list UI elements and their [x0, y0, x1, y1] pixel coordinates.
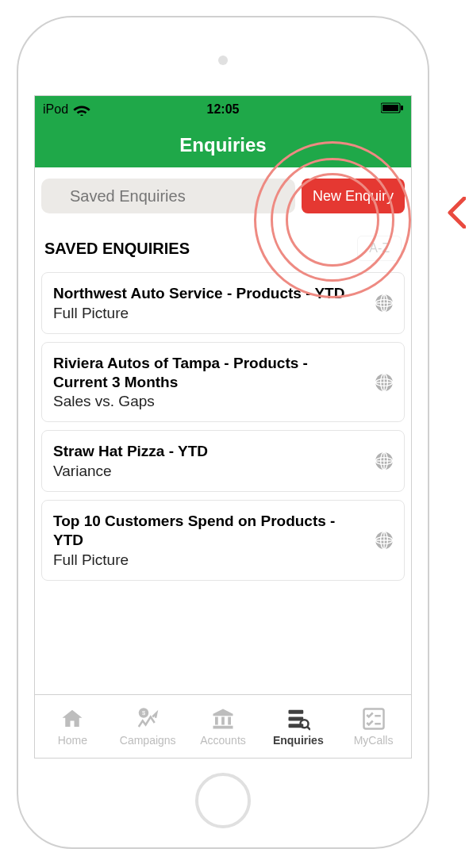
status-right: [381, 102, 403, 117]
campaigns-icon: $: [136, 707, 160, 731]
search-wrap: [41, 179, 295, 213]
tab-bar: Home $ Campaigns Accounts: [35, 694, 411, 758]
list-item-subtitle: Full Picture: [53, 305, 364, 322]
enquiries-icon: [286, 707, 310, 731]
page-title-bar: Enquiries: [35, 123, 411, 167]
tab-label: MyCalls: [354, 734, 394, 747]
tab-campaigns[interactable]: $ Campaigns: [110, 695, 186, 758]
svg-rect-2: [401, 106, 403, 110]
list-item[interactable]: Straw Hat Pizza - YTD Variance: [41, 430, 405, 492]
svg-rect-27: [215, 716, 218, 724]
page-title: Enquiries: [179, 134, 266, 156]
wifi-icon: [73, 103, 90, 116]
search-input[interactable]: [41, 179, 295, 213]
globe-icon: [374, 451, 394, 471]
carrier-label: iPod: [43, 102, 68, 117]
list-item-title: Top 10 Customers Spend on Products - YTD: [53, 512, 364, 550]
svg-line-35: [307, 727, 310, 730]
globe-icon: [374, 293, 394, 313]
clock-label: 12:05: [207, 102, 240, 117]
home-icon: [60, 707, 84, 731]
globe-icon: [374, 372, 394, 393]
svg-rect-30: [213, 725, 233, 728]
section-header: SAVED ENQUIRIES A-Z: [35, 223, 411, 272]
svg-rect-28: [221, 716, 225, 724]
search-row: New Enquiry: [35, 167, 411, 223]
tab-home[interactable]: Home: [35, 695, 110, 758]
battery-icon: [381, 102, 403, 113]
sort-toggle[interactable]: A-Z: [357, 236, 402, 261]
tab-label: Campaigns: [120, 734, 176, 747]
section-heading: SAVED ENQUIRIES: [44, 240, 190, 258]
list-item-title: Riviera Autos of Tampa - Products - Curr…: [53, 354, 364, 392]
list-item-title: Straw Hat Pizza - YTD: [53, 442, 364, 461]
svg-rect-31: [288, 709, 303, 713]
tab-enquiries[interactable]: Enquiries: [260, 695, 336, 758]
list-item-subtitle: Variance: [53, 463, 364, 480]
screen: iPod 12:05 Enquiries: [34, 95, 412, 759]
tab-mycalls[interactable]: MyCalls: [336, 695, 411, 758]
svg-rect-36: [363, 709, 383, 728]
phone-frame: iPod 12:05 Enquiries: [17, 16, 429, 849]
tab-label: Home: [58, 734, 87, 747]
phone-speaker: [218, 56, 228, 65]
enquiries-list: Northwest Auto Service - Products - YTD …: [35, 272, 411, 694]
list-item[interactable]: Riviera Autos of Tampa - Products - Curr…: [41, 342, 405, 423]
mycalls-icon: [362, 707, 386, 731]
svg-rect-29: [228, 716, 231, 724]
tab-accounts[interactable]: Accounts: [186, 695, 261, 758]
status-bar: iPod 12:05: [35, 96, 411, 123]
tab-label: Accounts: [200, 734, 246, 747]
accounts-icon: [211, 707, 235, 731]
phone-home-button[interactable]: [195, 773, 251, 828]
pointer-arrow-icon: [447, 197, 466, 233]
svg-rect-1: [383, 105, 398, 111]
new-enquiry-button[interactable]: New Enquiry: [302, 179, 405, 213]
list-item-subtitle: Sales vs. Gaps: [53, 393, 364, 410]
status-left: iPod: [43, 102, 90, 117]
list-item-subtitle: Full Picture: [53, 551, 364, 569]
list-item[interactable]: Northwest Auto Service - Products - YTD …: [41, 272, 405, 334]
list-item-title: Northwest Auto Service - Products - YTD: [53, 284, 364, 303]
list-item[interactable]: Top 10 Customers Spend on Products - YTD…: [41, 500, 405, 581]
tab-label: Enquiries: [273, 734, 324, 747]
globe-icon: [374, 530, 394, 551]
